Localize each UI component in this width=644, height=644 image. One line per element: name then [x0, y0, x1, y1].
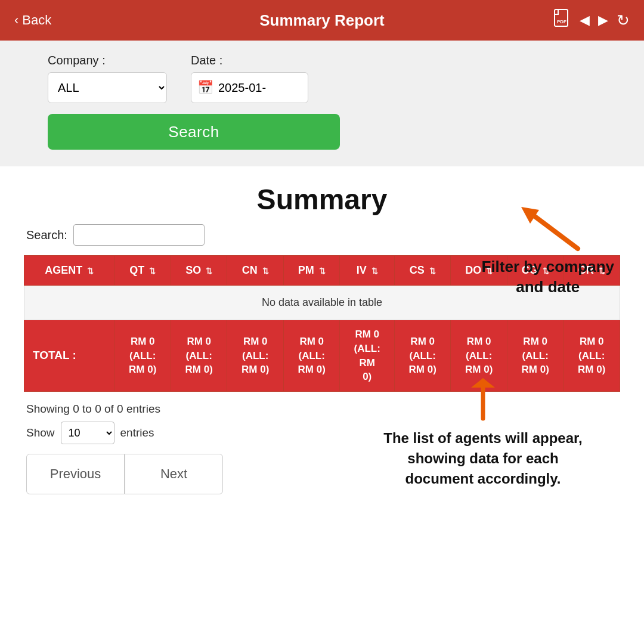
col-so[interactable]: SO ⇅: [171, 256, 227, 286]
main-content: Summary Search: AGENT ⇅ QT ⇅ SO ⇅ CN ⇅ P…: [0, 183, 644, 494]
search-label: Search:: [26, 228, 67, 242]
date-input-wrap: 📅: [191, 72, 308, 103]
agents-annotation-label: The list of agents will appear,showing d…: [352, 428, 614, 488]
total-cn: RM 0(ALL:RM 0): [227, 320, 284, 392]
nav-next-icon[interactable]: ▶: [598, 13, 608, 28]
filter-annotation: Filter by companyand date: [482, 201, 615, 298]
agents-arrow-icon: [465, 377, 501, 425]
col-agent[interactable]: AGENT ⇅: [24, 256, 114, 286]
summary-search-input[interactable]: [73, 224, 205, 246]
col-cn[interactable]: CN ⇅: [227, 256, 284, 286]
col-iv[interactable]: IV ⇅: [340, 256, 394, 286]
pdf-icon[interactable]: PDF: [553, 9, 571, 32]
calendar-icon: 📅: [197, 80, 213, 95]
show-entries-select[interactable]: 10 25 50 100: [61, 422, 114, 444]
table-body: No data available in table TOTAL : RM 0(…: [24, 286, 620, 392]
svg-text:PDF: PDF: [557, 19, 566, 24]
date-label: Date :: [191, 54, 308, 67]
back-button[interactable]: ‹ Back: [14, 13, 51, 28]
filter-row: Company : ALL Date : 📅: [48, 54, 596, 103]
svg-marker-4: [471, 378, 495, 388]
col-pm[interactable]: PM ⇅: [283, 256, 340, 286]
back-label: Back: [22, 13, 51, 28]
total-pm: RM 0(ALL:RM 0): [283, 320, 340, 392]
company-label: Company :: [48, 54, 167, 67]
header-actions: PDF ◀ ▶ ↻: [553, 9, 630, 32]
page-title: Summary Report: [259, 11, 385, 30]
total-so: RM 0(ALL:RM 0): [171, 320, 227, 392]
total-qt: RM 0(ALL:RM 0): [114, 320, 171, 392]
refresh-icon[interactable]: ↻: [617, 11, 630, 30]
filter-section: Company : ALL Date : 📅 Search: [0, 41, 644, 166]
filter-arrow-icon: [512, 201, 584, 255]
col-qt[interactable]: QT ⇅: [114, 256, 171, 286]
previous-button[interactable]: Previous: [26, 454, 125, 494]
app-header: ‹ Back Summary Report PDF ◀ ▶ ↻: [0, 0, 644, 41]
company-select[interactable]: ALL: [48, 72, 167, 103]
filter-annotation-label: Filter by companyand date: [482, 257, 615, 298]
total-label: TOTAL :: [24, 320, 114, 392]
company-filter-group: Company : ALL: [48, 54, 167, 103]
next-button[interactable]: Next: [125, 454, 223, 494]
date-input[interactable]: [218, 81, 302, 95]
agents-annotation: The list of agents will appear,showing d…: [352, 377, 614, 488]
show-label: Show: [26, 426, 55, 439]
col-cs[interactable]: CS ⇅: [394, 256, 451, 286]
entries-label: entries: [120, 426, 154, 439]
back-chevron-icon: ‹: [14, 13, 18, 28]
search-button[interactable]: Search: [48, 114, 340, 150]
nav-prev-icon[interactable]: ◀: [580, 13, 590, 28]
date-filter-group: Date : 📅: [191, 54, 308, 103]
